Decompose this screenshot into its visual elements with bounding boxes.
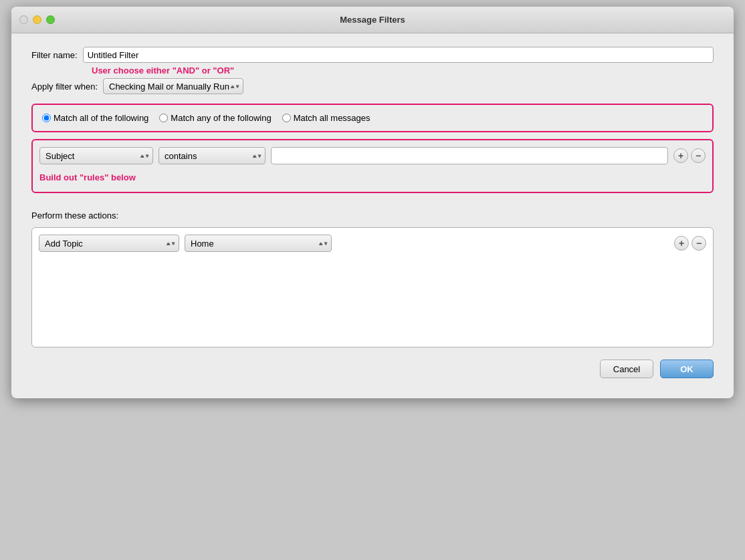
filter-name-row: Filter name: [31, 47, 714, 63]
match-section: Match all of the following Match any of … [31, 104, 714, 132]
cancel-button[interactable]: Cancel [600, 360, 653, 378]
match-all-messages-radio[interactable] [282, 114, 291, 122]
topic-select[interactable]: Home Work Personal News [185, 235, 332, 252]
match-any-radio[interactable] [159, 114, 168, 122]
message-filters-window: Message Filters Filter name: User choose… [11, 7, 734, 398]
match-all-radio-label[interactable]: Match all of the following [42, 113, 148, 123]
subject-select[interactable]: Subject From To CC Any Header Message Bo… [39, 147, 153, 164]
apply-filter-label: Apply filter when: [31, 82, 98, 92]
match-all-messages-label: Match all messages [294, 113, 370, 123]
apply-filter-select-wrapper: Checking Mail or Manually Run Checking M… [103, 78, 243, 94]
add-condition-button[interactable]: + [673, 148, 688, 163]
filter-name-input[interactable] [83, 47, 714, 63]
match-all-label: Match all of the following [54, 113, 148, 123]
action-select[interactable]: Add Topic Move Message Copy Message Set … [39, 235, 179, 252]
action-select-wrapper: Add Topic Move Message Copy Message Set … [39, 235, 179, 252]
footer: Cancel OK [31, 360, 714, 385]
build-rules-note: Build out "rules" below [39, 172, 706, 182]
window-title: Message Filters [340, 15, 405, 25]
match-any-label: Match any of the following [171, 113, 271, 123]
remove-action-button[interactable]: − [691, 236, 706, 251]
remove-condition-button[interactable]: − [691, 148, 706, 163]
and-or-note: User choose either "AND" or "OR" [92, 65, 714, 76]
apply-filter-select[interactable]: Checking Mail or Manually Run Checking M… [103, 78, 243, 94]
add-action-button[interactable]: + [674, 236, 689, 251]
titlebar: Message Filters [11, 7, 734, 33]
match-all-radio[interactable] [42, 114, 51, 122]
conditions-section: Subject From To CC Any Header Message Bo… [31, 139, 714, 193]
maximize-button[interactable] [46, 15, 55, 24]
condition-value-input[interactable] [271, 147, 668, 164]
apply-filter-row: Apply filter when: Checking Mail or Manu… [31, 78, 714, 94]
condition-row: Subject From To CC Any Header Message Bo… [39, 147, 706, 164]
match-all-messages-radio-label[interactable]: Match all messages [282, 113, 370, 123]
traffic-lights [19, 15, 55, 24]
ok-button[interactable]: OK [660, 360, 714, 378]
actions-label: Perform these actions: [31, 211, 714, 221]
topic-select-wrapper: Home Work Personal News ▲▼ [185, 235, 332, 252]
filter-name-label: Filter name: [31, 50, 78, 60]
close-button[interactable] [19, 15, 28, 24]
match-any-radio-label[interactable]: Match any of the following [159, 113, 271, 123]
action-stepper-pair: + − [674, 236, 706, 251]
spacer [31, 200, 714, 211]
contains-select[interactable]: contains doesn't contain is begins with … [158, 147, 265, 164]
match-options: Match all of the following Match any of … [42, 113, 703, 123]
minimize-button[interactable] [33, 15, 41, 24]
contains-select-wrapper: contains doesn't contain is begins with … [158, 147, 265, 164]
subject-select-wrapper: Subject From To CC Any Header Message Bo… [39, 147, 153, 164]
actions-outer: Add Topic Move Message Copy Message Set … [31, 227, 714, 347]
action-row: Add Topic Move Message Copy Message Set … [39, 235, 706, 252]
condition-stepper-pair: + − [673, 148, 706, 163]
window-content: Filter name: User choose either "AND" or… [11, 33, 734, 398]
